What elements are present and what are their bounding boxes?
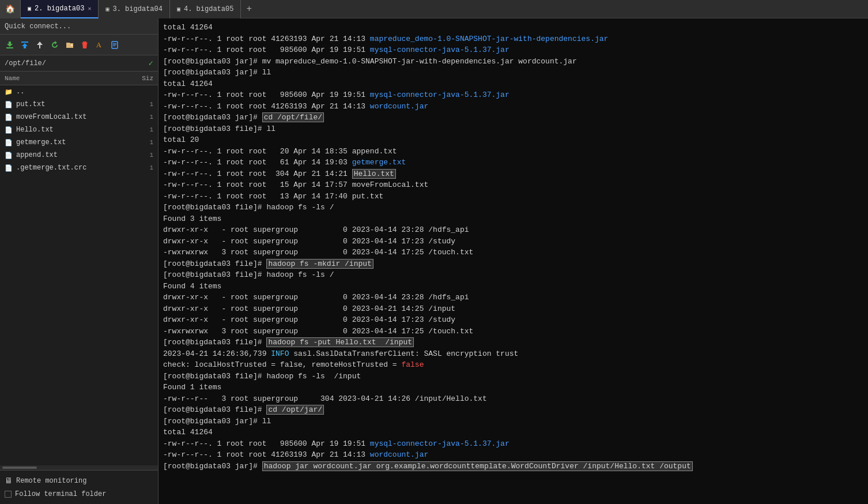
toolbar-new-folder[interactable]: + bbox=[63, 39, 76, 51]
file-icon: 📄 bbox=[5, 126, 13, 134]
terminal-text-part: [root@bigdata03 jar]# bbox=[163, 113, 262, 122]
terminal-text-part: sasl.SaslDataTransferClient: SASL encryp… bbox=[289, 349, 518, 358]
tab-bigdata05[interactable]: ▣ 4. bigdata05 bbox=[170, 0, 241, 18]
terminal-text-part: [root@bigdata03 file]# bbox=[163, 203, 266, 212]
follow-terminal-checkbox[interactable] bbox=[5, 491, 12, 498]
toolbar-refresh[interactable] bbox=[48, 39, 61, 51]
list-item[interactable]: 📄moveFromLocal.txt1 bbox=[0, 111, 158, 123]
file-icon: 📄 bbox=[5, 164, 13, 172]
terminal-line: drwxr-xr-x - root supergroup 0 2023-04-1… bbox=[163, 224, 863, 236]
file-size: 1 bbox=[136, 101, 153, 108]
file-size: 1 bbox=[136, 139, 153, 146]
home-tab[interactable]: 🏠 bbox=[0, 0, 21, 18]
tab-icon2: ▣ bbox=[105, 6, 109, 13]
terminal-line: -rw-r--r--. 1 root root 20 Apr 14 18:35 … bbox=[163, 146, 863, 157]
sidebar-toolbar: + A bbox=[0, 35, 158, 55]
terminal-line: drwxr-xr-x - root supergroup 0 2023-04-2… bbox=[163, 303, 863, 315]
tab-icon3: ▣ bbox=[177, 6, 180, 13]
list-item[interactable]: 📁.. bbox=[0, 85, 158, 98]
terminal-text-part: -rw-r--r--. 1 root root 985600 Apr 19 19… bbox=[163, 46, 370, 54]
file-size: 1 bbox=[136, 114, 153, 121]
svg-rect-4 bbox=[82, 43, 88, 43]
terminal-text-part: hadoop fs -ls / bbox=[266, 203, 334, 212]
terminal-line: -rw-r--r--. 1 root root 13 Apr 14 17:40 … bbox=[163, 191, 863, 202]
quick-connect[interactable]: Quick connect... bbox=[0, 18, 158, 35]
list-item[interactable]: 📄.getmerge.txt.crc1 bbox=[0, 161, 158, 174]
svg-text:A: A bbox=[96, 41, 101, 49]
terminal-line: [root@bigdata03 jar]# cd /opt/file/ bbox=[163, 112, 863, 123]
file-list-header: Name Siz bbox=[0, 72, 158, 85]
toolbar-delete[interactable] bbox=[78, 39, 91, 51]
terminal-line: drwxr-xr-x - root supergroup 0 2023-04-1… bbox=[163, 292, 863, 303]
terminal-line: -rw-r--r--. 1 root root 41263193 Apr 21 … bbox=[163, 449, 863, 461]
quick-connect-label: Quick connect... bbox=[5, 22, 71, 31]
tab-icon: ▣ bbox=[28, 5, 31, 12]
path-text: /opt/file/ bbox=[5, 59, 149, 67]
terminal-text-part: -rw-r--r--. 1 root root 61 Apr 14 19:03 bbox=[163, 158, 352, 167]
terminal-text-part: -rw-r--r--. 1 root root 985600 Apr 19 19… bbox=[163, 91, 370, 99]
sidebar-scrollbar[interactable] bbox=[0, 465, 158, 470]
terminal-line: drwxr-xr-x - root supergroup 0 2023-04-1… bbox=[163, 236, 863, 247]
terminal-line: [root@bigdata03 jar]# ll bbox=[163, 67, 863, 78]
terminal-text-part: hadoop fs -mkdir /input bbox=[266, 259, 373, 269]
terminal-line: -rw-r--r--. 1 root root 985600 Apr 19 19… bbox=[163, 44, 863, 56]
tab-label: 2. bigdata03 bbox=[35, 5, 84, 13]
terminal-text-part: false bbox=[401, 360, 424, 369]
terminal-line: -rw-r--r--. 1 root root 985600 Apr 19 19… bbox=[163, 89, 863, 101]
toolbar-up[interactable] bbox=[33, 39, 46, 51]
list-item[interactable]: 📄put.txt1 bbox=[0, 98, 158, 111]
terminal-line: [root@bigdata03 file]# cd /opt/jar/ bbox=[163, 404, 863, 416]
sidebar-path[interactable]: /opt/file/ ✓ bbox=[0, 55, 158, 72]
terminal-line: total 41264 bbox=[163, 427, 863, 438]
file-icon: 📄 bbox=[5, 101, 13, 108]
col-size: Siz bbox=[136, 75, 153, 82]
terminal-text-part: 2023-04-21 14:26:36,739 bbox=[163, 349, 271, 358]
main-area: Quick connect... + A bbox=[0, 18, 868, 504]
toolbar-upload[interactable] bbox=[18, 39, 31, 51]
toolbar-rename[interactable]: A bbox=[93, 39, 106, 51]
remote-monitoring[interactable]: 🖥 Remote monitoring bbox=[5, 474, 153, 488]
file-list: 📁..📄put.txt1📄moveFromLocal.txt1📄Hello.tx… bbox=[0, 85, 158, 465]
terminal-line: [root@bigdata03 jar]# mv mapreduce_demo-… bbox=[163, 56, 863, 67]
terminal-line: -rwxrwxrwx 3 root supergroup 0 2023-04-1… bbox=[163, 326, 863, 337]
terminal-text-part: mysql-connector-java-5.1.37.jar bbox=[370, 46, 510, 54]
list-item[interactable]: 📄Hello.txt1 bbox=[0, 123, 158, 136]
terminal-line: [root@bigdata03 jar]# hadoop jar wordcou… bbox=[163, 461, 863, 472]
terminal-text-part: mysql-connector-java-5.1.37.jar bbox=[370, 439, 510, 448]
terminal-text-part: check: localHostTrusted = false, remoteH… bbox=[163, 360, 401, 369]
toolbar-download[interactable] bbox=[3, 39, 16, 51]
add-tab-button[interactable]: + bbox=[241, 0, 257, 18]
terminal-text-part: cd /opt/jar/ bbox=[266, 405, 324, 415]
terminal[interactable]: total 41264-rw-r--r--. 1 root root 41263… bbox=[158, 18, 868, 504]
terminal-text-part: [root@bigdata03 file]# bbox=[163, 405, 266, 414]
terminal-line: Found 4 items bbox=[163, 281, 863, 292]
tab-bigdata04[interactable]: ▣ 3. bigdata04 bbox=[99, 0, 169, 18]
follow-terminal[interactable]: Follow terminal folder bbox=[5, 488, 153, 501]
svg-rect-7 bbox=[113, 43, 116, 44]
tab-bigdata03[interactable]: ▣ 2. bigdata03 ✕ bbox=[21, 0, 99, 18]
list-item[interactable]: 📄getmerge.txt1 bbox=[0, 136, 158, 149]
terminal-text-part: [root@bigdata03 jar]# bbox=[163, 462, 262, 471]
terminal-line: drwxr-xr-x - root supergroup 0 2023-04-1… bbox=[163, 314, 863, 326]
file-name: getmerge.txt bbox=[16, 138, 136, 146]
terminal-text-part: wordcount.jar bbox=[370, 102, 428, 111]
sidebar: Quick connect... + A bbox=[0, 18, 158, 504]
terminal-text-part: -rw-r--r--. 1 root root 304 Apr 21 14:21 bbox=[163, 170, 352, 178]
toolbar-info[interactable] bbox=[108, 39, 121, 51]
terminal-line: check: localHostTrusted = false, remoteH… bbox=[163, 359, 863, 371]
terminal-line: [root@bigdata03 file]# hadoop fs -ls / bbox=[163, 269, 863, 281]
tab-close[interactable]: ✕ bbox=[88, 5, 91, 12]
scrollbar-thumb bbox=[2, 467, 37, 469]
terminal-text-part: th-dependencies.jar bbox=[523, 35, 608, 43]
terminal-line: total 41264 bbox=[163, 22, 863, 33]
terminal-line: -rw-r--r--. 1 root root 41263193 Apr 21 … bbox=[163, 101, 863, 112]
svg-rect-8 bbox=[113, 44, 116, 45]
list-item[interactable]: 📄append.txt1 bbox=[0, 149, 158, 161]
terminal-line: Found 1 items bbox=[163, 382, 863, 393]
terminal-text-part: -rw-r--r--. 1 root root 41263193 Apr 21 … bbox=[163, 102, 370, 111]
terminal-text-part: wordcount.jar bbox=[370, 450, 428, 459]
sidebar-footer: 🖥 Remote monitoring Follow terminal fold… bbox=[0, 470, 158, 504]
file-size: 1 bbox=[136, 164, 153, 171]
file-icon: 📄 bbox=[5, 152, 13, 159]
file-name: put.txt bbox=[16, 100, 136, 108]
